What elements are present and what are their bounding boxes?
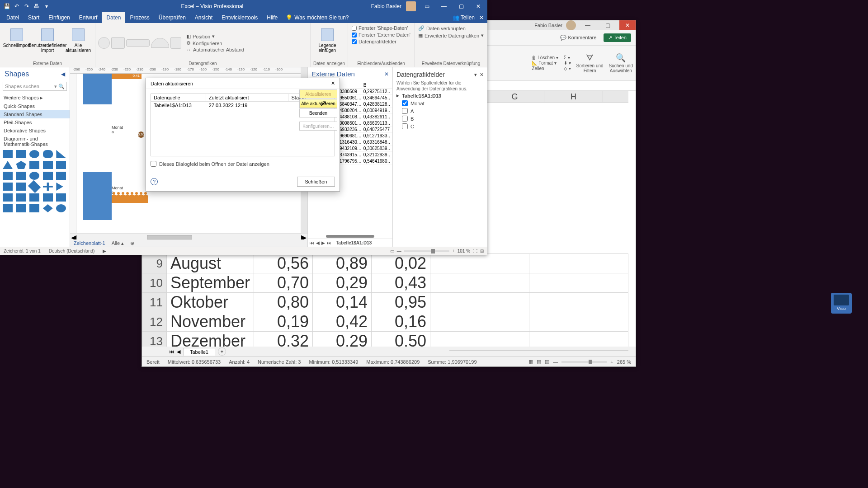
sort-filter-button[interactable]: ᗊ Sortieren und Filtern [576,53,604,73]
shape-item[interactable] [56,204,66,212]
sheet-nav-prev[interactable]: ◀ [177,349,180,355]
dg-gallery-item[interactable] [98,37,110,49]
share-button[interactable]: 👥 Teilen [453,14,475,21]
close-button[interactable]: ✕ [470,0,486,12]
shape-item[interactable] [43,193,53,202]
find-select-button[interactable]: 🔍 Suchen und Auswählen [609,53,633,73]
ext-h-scrollbar[interactable] [326,235,374,238]
tab-hilfe[interactable]: Hilfe [262,12,282,23]
view-break-icon[interactable]: ▥ [545,359,549,365]
shape-item[interactable] [3,193,13,202]
dg-field[interactable]: B [396,115,484,122]
shape-item[interactable] [43,161,53,169]
tab-einfuegen[interactable]: Einfügen [44,12,74,23]
switch-windows-icon[interactable]: ⊞ [480,249,484,253]
close-icon[interactable]: ✕ [384,71,389,77]
canvas-shape[interactable] [83,172,112,220]
taskbar-visio-icon[interactable]: Visio [831,293,852,314]
shape-item[interactable] [56,183,66,191]
col-header[interactable]: Zuletzt aktualisiert [206,94,289,101]
shape-item[interactable] [16,172,26,180]
legend-button[interactable]: Legende einfügen [313,27,341,59]
kommentare-button[interactable]: 💬 Kommentare [557,34,599,42]
close-icon[interactable]: ✕ [480,72,484,77]
shapes-search[interactable]: Shapes suchen▾ 🔍 [3,82,67,91]
close-doc-button[interactable]: ✕ [479,14,484,21]
excel-table[interactable]: 9August0,560,890,02 10September0,700,290… [142,253,628,347]
sheet-tab[interactable]: Zeichenblatt-1 [74,240,105,246]
sheet-all[interactable]: Alle ▴ [112,240,124,246]
shape-item[interactable] [29,204,39,212]
undo-icon[interactable]: ↶ [13,2,21,10]
shape-item[interactable] [3,172,13,180]
tell-me-search[interactable]: 💡 Was möchten Sie tun? [282,14,349,21]
shape-item[interactable] [16,204,26,212]
shape-cat-selected[interactable]: Standard-Shapes [0,110,70,118]
status-lang[interactable]: Deutsch (Deutschland) [49,249,95,253]
dropdown-icon[interactable]: ▾ [474,72,477,77]
shape-item[interactable] [3,204,13,212]
sheet-nav-first[interactable]: ⏮ [169,349,174,354]
sheet-tab[interactable]: Tabelle1 [183,348,215,356]
close-button[interactable]: ✕ [619,20,636,30]
save-icon[interactable]: 💾 [3,2,11,10]
canvas-data-bar[interactable]: 0,41 [112,74,142,79]
shape-item[interactable] [29,193,39,202]
add-sheet-button[interactable]: ⊕ [130,240,134,246]
autospacing-button[interactable]: ↔ Automatischer Abstand [185,47,245,53]
minimize-button[interactable]: — [580,22,596,28]
print-icon[interactable]: 🖶 [33,2,41,10]
schnellimport-button[interactable]: Schnellimport [3,27,31,59]
tab-start[interactable]: Start [24,12,44,23]
nav-prev-icon[interactable]: ◀ [316,240,320,245]
dg-gallery-item[interactable] [151,38,169,48]
shape-item[interactable] [43,204,53,212]
tab-prozess[interactable]: Prozess [125,12,154,23]
tab-entwurf[interactable]: Entwurf [75,12,102,23]
position-button[interactable]: ◧ Position ▾ [185,33,245,40]
col-H[interactable]: H [544,91,603,102]
excel-h-scrollbar[interactable] [449,350,628,357]
shape-item[interactable] [29,150,39,158]
link-data-button[interactable]: 🔗 Daten verknüpfen [417,25,467,32]
dg-gallery-item[interactable] [126,39,150,47]
shape-cat[interactable]: Diagramm- und Mathematik-Shapes [0,135,70,148]
shape-item[interactable] [16,193,26,202]
chk-shape-daten[interactable]: Fenster 'Shape-Daten' [351,25,409,31]
shape-item[interactable] [29,161,39,169]
redo-icon[interactable]: ↷ [23,2,31,10]
collapse-icon[interactable]: ◀ [61,71,65,77]
beenden-button[interactable]: Beenden [299,108,337,117]
maximize-button[interactable]: ▢ [599,22,616,28]
tab-ansicht[interactable]: Ansicht [190,12,217,23]
fit-page-icon[interactable]: ⛶ [473,249,477,253]
shape-item[interactable] [16,161,26,169]
help-icon[interactable]: ? [151,178,158,185]
canvas-people-icons[interactable] [112,195,148,203]
konfigurieren-button[interactable]: Konfigurieren… [299,122,337,131]
dg-gallery-item[interactable] [170,37,181,49]
nav-next-icon[interactable]: ▶ [321,240,325,245]
avatar[interactable] [406,1,416,11]
shape-item[interactable] [56,193,66,202]
shape-item[interactable] [16,183,26,191]
dialog-close-button[interactable]: Schließen [297,177,335,187]
alle-aktualisieren-button[interactable]: Alle aktualisieren [299,99,337,108]
col-header[interactable]: Datenquelle [151,94,206,101]
shape-item[interactable] [29,172,39,180]
teilen-button[interactable]: ↗ Teilen [604,33,631,42]
dg-field[interactable]: C [396,122,484,130]
zoom-level[interactable]: 101 % [458,249,470,253]
shape-item[interactable] [3,161,13,169]
shape-cat[interactable]: Dekorative Shapes [0,127,70,135]
konfigurieren-button[interactable]: ⚙ Konfigurieren [185,40,245,47]
qat-dropdown-icon[interactable]: ▾ [42,2,51,10]
view-layout-icon[interactable]: ▤ [537,359,541,365]
dg-field[interactable]: Monat [396,99,484,107]
shape-item[interactable] [3,183,13,191]
refresh-all-button[interactable]: Alle aktualisieren [64,27,92,59]
minimize-button[interactable]: — [436,0,452,12]
zoom-slider[interactable] [561,361,607,363]
dialog-show-on-open-checkbox[interactable]: Dieses Dialogfeld beim Öffnen der Datei … [151,161,335,167]
shape-item[interactable] [3,150,13,158]
